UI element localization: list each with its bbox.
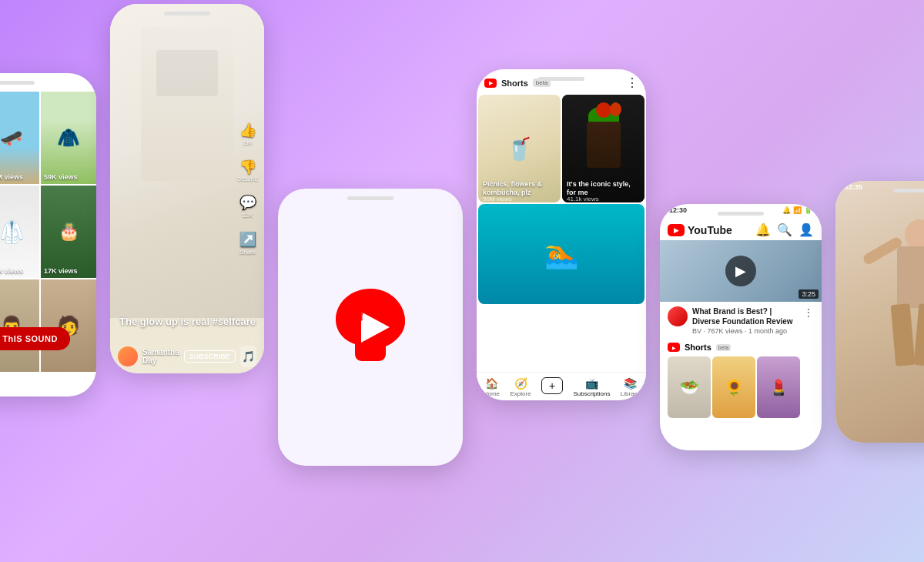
hashtag: #selfcare	[213, 316, 256, 327]
phone-yt-shorts-feed: Shorts beta ⋮ 🥤 Picnics, flowers & kombu…	[477, 69, 646, 400]
short-side-actions: 👍 2M 👎 DISLIKE 💬 12K ↗️ Share	[237, 122, 258, 256]
nav-explore-label: Explore	[510, 390, 531, 397]
dislike-label: DISLIKE	[237, 176, 258, 182]
time-display: 12:35	[845, 183, 862, 191]
phone-yt-app: 12:30 🔔 📶 🔋 ▶ YouTube 🔔 🔍 👤	[660, 204, 822, 450]
video-content: 12:35 📶 🔋 ← ⋮	[835, 181, 924, 443]
phones-container: 🧖 96K views 🛹 1.4M views 🧥 59K views	[0, 81, 924, 481]
more-icon[interactable]: ⋮	[803, 306, 814, 335]
video-duration: 3:25	[798, 289, 819, 299]
short-thumb-1[interactable]: 🥗	[668, 356, 711, 418]
shorts-beta: beta	[716, 344, 732, 351]
view-count: 767K views	[708, 327, 743, 335]
shorts-card-1[interactable]: 🥤 Picnics, flowers & kombucha, plz 50M v…	[478, 95, 561, 202]
use-sound-label: USE ThIS SOUND	[0, 334, 58, 343]
yt-logo-small	[484, 79, 497, 88]
comment-action[interactable]: 💬 12K	[239, 194, 256, 219]
more-options-icon[interactable]: ⋮	[626, 75, 638, 90]
caption-text: The glow up is real	[119, 316, 209, 327]
tiktok-cell-6[interactable]: 🎂 17K views	[41, 186, 96, 278]
video-sub: BV · 767K views · 1 month ago	[692, 327, 798, 335]
status-time: 12:30	[669, 206, 687, 214]
nav-library-label: Library	[621, 390, 639, 397]
yt-bottom-nav: 🏠 Home 🧭 Explore + 📺 Subscriptions 📚 Lib…	[477, 372, 646, 400]
phone-short-video: 👍 2M 👎 DISLIKE 💬 12K ↗️ Share	[110, 4, 264, 373]
dislike-action[interactable]: 👎 DISLIKE	[237, 159, 258, 182]
yt-header-icons: 🔔 🔍 👤	[755, 222, 814, 237]
search-icon[interactable]: 🔍	[777, 222, 792, 237]
yt-shorts-label: Shorts	[501, 79, 528, 88]
like-count: 2M	[243, 139, 252, 146]
shorts-row-icon	[668, 343, 680, 352]
comment-count: 12K	[242, 212, 253, 219]
tiktok-cell-3[interactable]: 🧥 59K views	[41, 92, 96, 184]
yt-icon	[484, 79, 497, 88]
nav-home-label: Home	[484, 390, 500, 397]
beta-badge: beta	[533, 79, 551, 87]
music-button[interactable]: 🎵	[240, 346, 256, 367]
status-bar: 12:30 🔔 📶 🔋	[660, 204, 822, 216]
nav-home[interactable]: 🏠 Home	[484, 377, 500, 397]
yt-app-header: ▶ YouTube 🔔 🔍 👤	[660, 216, 822, 240]
nav-library[interactable]: 📚 Library	[621, 377, 639, 397]
video-meta: What Brand is Best? | Diverse Foundation…	[692, 306, 798, 335]
channel-name: Samantha Day	[142, 348, 179, 365]
yt-app-title: YouTube	[688, 224, 732, 236]
short-video-content: 👍 2M 👎 DISLIKE 💬 12K ↗️ Share	[110, 4, 264, 373]
card-1-views: 50M views	[483, 196, 512, 202]
shorts-thumbs: 🥗 🌻 💄	[660, 355, 822, 421]
phone-tiktok: 🧖 96K views 🛹 1.4M views 🧥 59K views	[0, 73, 96, 396]
video-title: What Brand is Best? | Diverse Foundation…	[692, 306, 798, 326]
status-bar-dark: 12:35 📶 🔋	[835, 181, 924, 193]
cell-views-3: 59K views	[44, 173, 78, 181]
cell-views-6: 17K views	[44, 267, 78, 275]
yt-app-logo: ▶ YouTube	[668, 224, 732, 236]
cell-views-2: 1.4M views	[0, 173, 23, 181]
yt-shorts-row: Shorts beta	[660, 340, 822, 355]
nav-subs-label: Subscriptions	[573, 390, 610, 397]
battery-icon: 🔋	[804, 206, 812, 214]
card-2-views: 41.1k views	[567, 196, 599, 202]
yt-red-play-icon: ▶	[668, 224, 685, 236]
home-icon: 🏠	[485, 377, 498, 390]
subscriptions-icon: 📺	[585, 377, 598, 390]
shorts-row-label: Shorts	[685, 343, 711, 352]
share-label: Share	[239, 249, 256, 256]
avatar-icon[interactable]: 👤	[798, 222, 814, 237]
use-sound-button[interactable]: 📷 USE ThIS SOUND	[0, 327, 70, 350]
share-action[interactable]: ↗️ Share	[239, 231, 256, 256]
yt-shorts-header: Shorts beta ⋮	[477, 69, 646, 93]
notification-icon[interactable]: 🔔	[755, 222, 771, 237]
shorts-card-2[interactable]: It's the iconic style, for me 41.1k view…	[562, 95, 644, 202]
channel-name: BV	[692, 327, 701, 335]
yt-video-info: What Brand is Best? | Diverse Foundation…	[660, 302, 822, 340]
volume-icon: 🔔	[782, 206, 791, 214]
shorts-card-3[interactable]: 🏊	[478, 204, 644, 304]
like-action[interactable]: 👍 2M	[239, 122, 256, 146]
time-ago: 1 month ago	[748, 327, 787, 335]
nav-subscriptions[interactable]: 📺 Subscriptions	[573, 377, 610, 397]
tiktok-cell-5[interactable]: 🥼 1.1M views	[0, 186, 39, 278]
tiktok-cell-8[interactable]: 👨	[0, 279, 39, 372]
nav-add[interactable]: +	[541, 377, 563, 397]
channel-avatar	[118, 346, 138, 366]
wifi-icon: 📶	[793, 206, 802, 214]
phone-video-detail: 12:35 📶 🔋 ← ⋮	[835, 181, 924, 443]
short-thumb-2[interactable]: 🌻	[712, 356, 755, 418]
cell-views-5: 1.1M views	[0, 267, 23, 275]
channel-avatar	[668, 306, 688, 326]
short-caption: The glow up is real #selfcare	[119, 316, 256, 327]
nav-explore[interactable]: 🧭 Explore	[510, 377, 531, 397]
add-icon[interactable]: +	[541, 377, 563, 394]
phone-shorts-logo	[278, 189, 463, 466]
explore-icon: 🧭	[514, 377, 527, 390]
tiktok-cell-2[interactable]: 🛹 1.4M views	[0, 92, 39, 184]
yt-shorts-grid: 🥤 Picnics, flowers & kombucha, plz 50M v…	[477, 93, 646, 306]
short-bottom-bar: Samantha Day SUBSCRIBE 🎵	[118, 346, 256, 367]
status-icons: 🔔 📶 🔋	[782, 206, 812, 214]
library-icon: 📚	[624, 377, 637, 390]
short-thumb-3[interactable]: 💄	[757, 356, 800, 418]
subscribe-button[interactable]: SUBSCRIBE	[184, 350, 236, 363]
yt-video-thumb[interactable]: ▶ 3:25	[660, 240, 822, 302]
tiktok-cell-9[interactable]: 🧑	[41, 279, 96, 372]
